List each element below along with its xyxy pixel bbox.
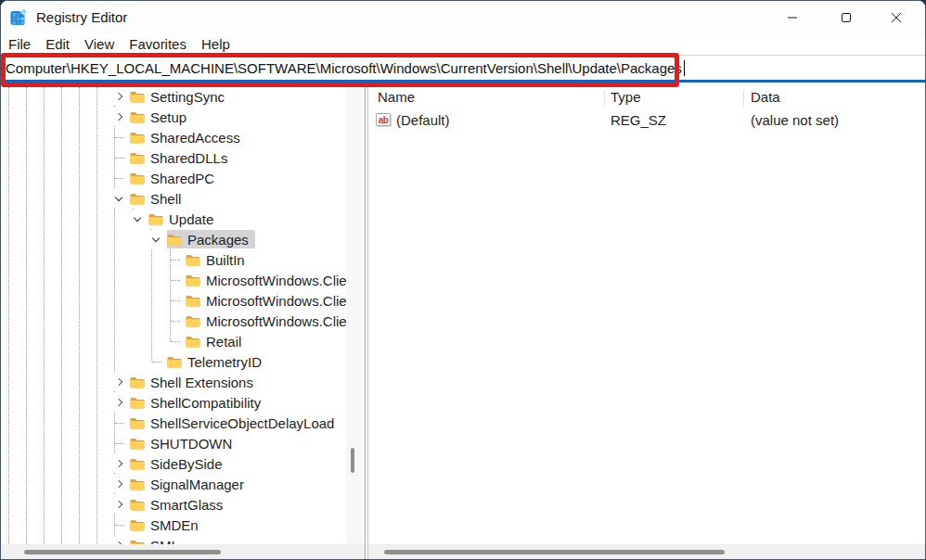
- tree-item[interactable]: SMDEn: [126, 515, 205, 534]
- tree-row[interactable]: SmartGlass: [1, 494, 346, 515]
- tree-item[interactable]: SettingSync: [126, 87, 231, 106]
- tree-item[interactable]: MicrosoftWindows.Clie: [182, 291, 346, 310]
- tree-item[interactable]: SmartGlass: [126, 495, 229, 514]
- tree-row[interactable]: SharedPC: [1, 168, 346, 188]
- tree-horizontal-scrollbar[interactable]: [1, 544, 365, 559]
- tree-expander-icon[interactable]: [170, 271, 186, 289]
- maximize-button[interactable]: [825, 1, 868, 34]
- tree-expander-icon[interactable]: [114, 128, 130, 146]
- tree-hscroll-thumb[interactable]: [24, 550, 221, 554]
- column-header-name[interactable]: Name: [378, 89, 415, 105]
- tree-expander-icon[interactable]: [170, 250, 186, 269]
- tree-item-label: Retail: [206, 334, 241, 350]
- values-hscroll-thumb[interactable]: [384, 550, 725, 554]
- menu-item-file[interactable]: File: [1, 34, 38, 55]
- tree-vertical-scrollbar[interactable]: [346, 83, 365, 544]
- tree-row[interactable]: ShellCompatibility: [1, 392, 346, 413]
- tree-row[interactable]: SMDEn: [1, 515, 346, 535]
- tree-item[interactable]: TelemetryID: [163, 352, 268, 371]
- tree-item[interactable]: BuiltIn: [182, 250, 251, 269]
- address-bar[interactable]: Computer\HKEY_LOCAL_MACHINE\SOFTWARE\Mic…: [1, 56, 925, 83]
- tree-item[interactable]: SharedAccess: [126, 128, 247, 146]
- menu-item-view[interactable]: View: [77, 34, 122, 55]
- tree-row[interactable]: Update: [1, 209, 346, 229]
- tree-expander-icon[interactable]: [114, 189, 130, 208]
- menu-item-favorites[interactable]: Favorites: [122, 34, 194, 55]
- registry-value-row[interactable]: ab (Default) REG_SZ (value not set): [368, 110, 925, 131]
- tree-row[interactable]: ShellServiceObjectDelayLoad: [1, 413, 346, 433]
- folder-icon: [130, 132, 145, 144]
- tree-expander-icon[interactable]: [170, 291, 186, 310]
- tree-item-label: BuiltIn: [206, 252, 245, 268]
- tree-row[interactable]: SHUTDOWN: [1, 433, 346, 453]
- tree-item[interactable]: Shell Extensions: [126, 373, 260, 391]
- tree-row[interactable]: SharedDLLs: [1, 147, 346, 168]
- tree-expander-icon[interactable]: [114, 515, 130, 534]
- tree-item[interactable]: ShellCompatibility: [126, 393, 267, 412]
- tree-expander-icon[interactable]: [151, 352, 167, 371]
- tree-expander-icon[interactable]: [114, 414, 130, 432]
- tree-item[interactable]: Packages: [163, 230, 255, 248]
- tree-row[interactable]: BuiltIn: [1, 249, 346, 270]
- tree-row[interactable]: SharedAccess: [1, 127, 346, 147]
- tree-item-label: SHUTDOWN: [150, 436, 232, 452]
- tree-row[interactable]: SignalManager: [1, 474, 346, 494]
- menu-item-help[interactable]: Help: [194, 34, 238, 55]
- column-header-type[interactable]: Type: [611, 89, 641, 105]
- tree-item-label: SignalManager: [150, 477, 244, 492]
- tree-item[interactable]: MicrosoftWindows.Clie: [182, 271, 346, 289]
- tree-item[interactable]: ShellServiceObjectDelayLoad: [126, 414, 341, 432]
- tree-item[interactable]: SharedDLLs: [126, 148, 234, 167]
- close-button[interactable]: [875, 1, 918, 34]
- tree-item-label: SharedDLLs: [150, 150, 227, 166]
- tree-item[interactable]: Shell: [126, 189, 187, 208]
- column-separator[interactable]: [604, 90, 605, 107]
- tree-expander-icon[interactable]: [114, 495, 130, 514]
- tree-row[interactable]: TelemetryID: [1, 351, 346, 372]
- tree-vscroll-thumb[interactable]: [351, 448, 354, 473]
- tree-item-label: Packages: [187, 232, 249, 248]
- tree-row[interactable]: MicrosoftWindows.Clie: [1, 311, 346, 331]
- tree-expander-icon[interactable]: [133, 210, 148, 228]
- tree-item[interactable]: SHUTDOWN: [126, 434, 238, 452]
- pane-splitter[interactable]: [365, 83, 366, 559]
- values-horizontal-scrollbar[interactable]: [368, 544, 925, 559]
- tree-expander-icon[interactable]: [114, 475, 130, 493]
- tree-item[interactable]: Retail: [182, 332, 248, 350]
- tree-expander-icon[interactable]: [114, 373, 130, 391]
- value-name[interactable]: (Default): [396, 112, 450, 128]
- tree-item[interactable]: Setup: [126, 108, 193, 126]
- column-separator[interactable]: [743, 90, 744, 107]
- tree-row[interactable]: Packages: [1, 229, 346, 249]
- tree-expander-icon[interactable]: [114, 434, 130, 452]
- tree-item-label: SharedAccess: [150, 130, 240, 146]
- minimize-button[interactable]: [771, 1, 814, 34]
- tree-expander-icon[interactable]: [114, 454, 130, 473]
- tree-item[interactable]: SideBySide: [126, 454, 229, 473]
- tree-row[interactable]: Shell: [1, 188, 346, 209]
- tree-row[interactable]: Setup: [1, 107, 346, 127]
- address-path: Computer\HKEY_LOCAL_MACHINE\SOFTWARE\Mic…: [1, 60, 682, 76]
- tree-expander-icon[interactable]: [114, 393, 130, 412]
- tree-item-label: Shell Extensions: [150, 375, 253, 390]
- menu-item-edit[interactable]: Edit: [38, 34, 77, 55]
- tree-item[interactable]: SignalManager: [126, 475, 251, 493]
- tree-expander-icon[interactable]: [170, 312, 186, 330]
- tree-item[interactable]: MicrosoftWindows.Clie: [182, 312, 346, 330]
- tree-row[interactable]: Shell Extensions: [1, 372, 346, 392]
- tree-expander-icon[interactable]: [114, 87, 130, 106]
- tree-row[interactable]: SettingSync: [1, 86, 346, 107]
- column-header-data[interactable]: Data: [751, 89, 780, 105]
- tree-expander-icon[interactable]: [114, 108, 130, 126]
- tree-row[interactable]: Retail: [1, 331, 346, 351]
- tree-item[interactable]: Update: [145, 210, 220, 228]
- tree-expander-icon[interactable]: [151, 230, 167, 248]
- tree-row[interactable]: SideBySide: [1, 453, 346, 474]
- tree-item-label: SettingSync: [150, 89, 225, 105]
- tree-expander-icon[interactable]: [114, 169, 130, 187]
- tree-item[interactable]: SharedPC: [126, 169, 221, 187]
- tree-expander-icon[interactable]: [114, 148, 130, 167]
- tree-expander-icon[interactable]: [170, 332, 186, 350]
- tree-row[interactable]: MicrosoftWindows.Clie: [1, 290, 346, 311]
- tree-row[interactable]: MicrosoftWindows.Clie: [1, 270, 346, 290]
